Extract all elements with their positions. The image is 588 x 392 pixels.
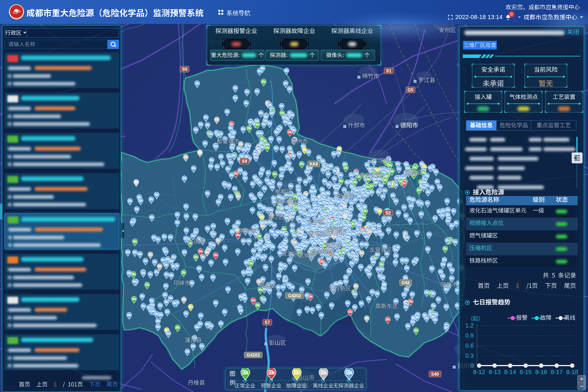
svg-text:S1: S1	[386, 69, 391, 73]
svg-text:S9: S9	[242, 159, 247, 164]
svg-text:0: 0	[470, 362, 474, 369]
svg-text:0.9: 0.9	[465, 332, 474, 339]
svg-text:G42: G42	[402, 280, 410, 285]
svg-text:8-17: 8-17	[551, 369, 563, 375]
svg-text:S40: S40	[431, 372, 439, 376]
svg-text:8-13: 8-13	[489, 369, 501, 375]
svg-text:8-12: 8-12	[473, 369, 485, 375]
svg-text:8-18: 8-18	[566, 369, 578, 375]
svg-text:0.6: 0.6	[465, 342, 474, 349]
svg-text:1.2: 1.2	[465, 322, 474, 329]
svg-text:S7: S7	[265, 320, 270, 325]
svg-text:8-16: 8-16	[535, 369, 547, 375]
svg-text:G4202: G4202	[288, 293, 301, 298]
svg-text:8-14: 8-14	[504, 369, 516, 375]
svg-text:G5: G5	[408, 88, 413, 92]
svg-text:0.3: 0.3	[465, 352, 474, 359]
svg-text:G4203: G4203	[247, 353, 260, 357]
svg-text:S2: S2	[385, 211, 391, 215]
svg-text:8-15: 8-15	[520, 369, 532, 375]
svg-text:S9: S9	[182, 67, 187, 72]
svg-text:XA0: XA0	[309, 162, 318, 166]
